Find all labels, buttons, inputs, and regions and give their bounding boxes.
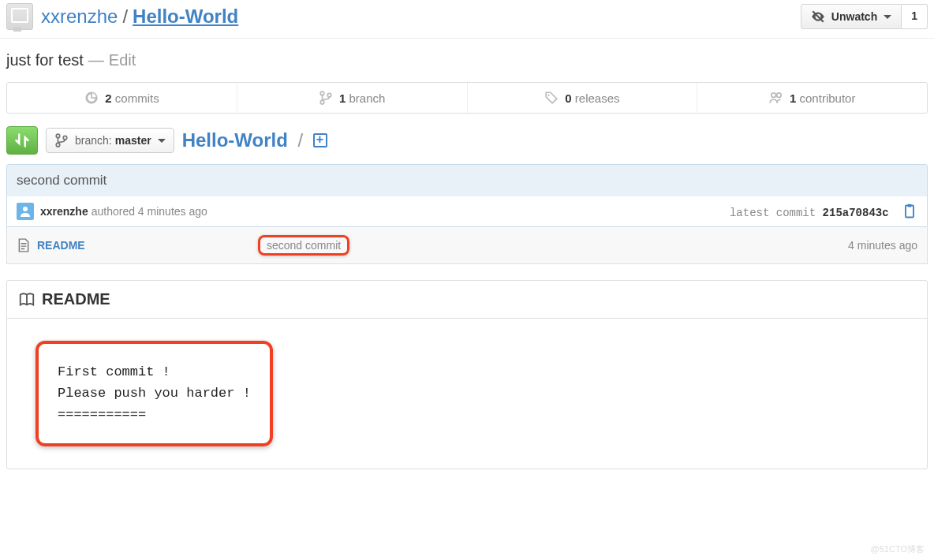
repo-owner-link[interactable]: xxrenzhe (41, 6, 118, 28)
caret-down-icon (884, 15, 891, 19)
commit-title[interactable]: second commit (7, 165, 927, 196)
svg-point-3 (320, 100, 324, 104)
svg-rect-13 (908, 204, 912, 207)
repo-icon (6, 3, 33, 30)
branch-count: 1 (339, 91, 346, 105)
contrib-count: 1 (790, 91, 796, 105)
file-navigation: branch: master Hello-World / (0, 126, 934, 164)
book-icon (18, 291, 35, 308)
repo-header: xxrenzhe / Hello-World Unwatch 1 (0, 0, 934, 38)
readme-box: README First commit ! Please push you ha… (6, 280, 928, 469)
description-dash: — (88, 51, 104, 69)
svg-point-7 (776, 93, 781, 98)
commit-authored-text: authored 4 minutes ago (92, 205, 207, 218)
header-divider (0, 38, 934, 39)
repo-slash: / (122, 6, 128, 28)
caret-down-icon (158, 139, 166, 143)
commits-count: 2 (105, 91, 111, 105)
file-row: README second commit 4 minutes ago (7, 227, 927, 263)
latest-commit-label: latest commit (730, 207, 823, 219)
latest-commit-box: second commit xxrenzhe authored 4 minute… (6, 164, 928, 227)
unwatch-button[interactable]: Unwatch (801, 4, 902, 29)
unwatch-label: Unwatch (831, 10, 877, 23)
svg-point-5 (548, 95, 550, 96)
file-name-link[interactable]: README (37, 239, 258, 252)
commit-author-link[interactable]: xxrenzhe (40, 205, 88, 218)
repo-description: just for test — Edit (0, 51, 934, 82)
svg-point-4 (327, 93, 331, 97)
latest-commit-right: latest commit 215a70843c (730, 203, 917, 219)
edit-description-link[interactable]: Edit (109, 51, 136, 69)
repo-title: xxrenzhe / Hello-World (6, 3, 238, 30)
people-icon (769, 91, 783, 105)
contrib-label: contributor (800, 91, 856, 105)
stat-branches[interactable]: 1 branch (237, 83, 468, 113)
svg-point-6 (771, 93, 776, 98)
commit-sha-link[interactable]: 215a70843c (823, 207, 889, 219)
readme-header: README (7, 281, 927, 319)
branch-name: master (115, 134, 151, 147)
readme-content: First commit ! Please push you harder ! … (35, 341, 273, 446)
stat-commits[interactable]: 2 commits (7, 83, 237, 113)
repo-stats-bar: 2 commits 1 branch 0 releases 1 contribu… (6, 82, 928, 114)
file-age: 4 minutes ago (848, 239, 917, 252)
history-icon (84, 91, 99, 105)
branch-label: branch (349, 91, 386, 105)
readme-title: README (42, 290, 110, 308)
file-text-icon (17, 238, 31, 252)
branch-icon (54, 133, 69, 147)
clipboard-icon[interactable] (902, 203, 917, 219)
compare-icon (14, 133, 30, 148)
svg-point-2 (320, 91, 324, 95)
branch-select-menu[interactable]: branch: master (46, 128, 174, 153)
breadcrumb-repo-link[interactable]: Hello-World (182, 129, 288, 151)
create-file-button[interactable] (313, 129, 327, 151)
repo-description-text: just for test (6, 51, 84, 69)
svg-point-10 (63, 136, 67, 140)
svg-point-11 (23, 207, 28, 211)
plus-icon (313, 133, 327, 147)
svg-rect-12 (906, 206, 913, 218)
file-list: README second commit 4 minutes ago (6, 227, 928, 264)
svg-point-9 (56, 143, 60, 147)
watch-group: Unwatch 1 (801, 4, 928, 29)
watch-count[interactable]: 1 (902, 4, 928, 29)
tag-icon (544, 91, 559, 105)
stat-releases[interactable]: 0 releases (468, 83, 698, 113)
breadcrumb: Hello-World / (182, 129, 327, 151)
branch-icon (319, 91, 333, 105)
compare-button[interactable] (6, 126, 38, 155)
file-commit-message[interactable]: second commit (258, 235, 349, 256)
branch-prefix: branch: (75, 134, 112, 147)
readme-body: First commit ! Please push you harder ! … (7, 319, 927, 469)
commits-label: commits (115, 91, 159, 105)
author-avatar[interactable] (17, 203, 34, 220)
releases-label: releases (575, 91, 620, 105)
commit-meta: xxrenzhe authored 4 minutes ago latest c… (7, 196, 927, 226)
releases-count: 0 (565, 91, 571, 105)
stat-contributors[interactable]: 1 contributor (697, 83, 927, 113)
svg-point-8 (56, 134, 60, 138)
repo-name-link[interactable]: Hello-World (133, 6, 238, 28)
eye-slash-icon (811, 9, 825, 24)
breadcrumb-separator: / (298, 129, 304, 151)
